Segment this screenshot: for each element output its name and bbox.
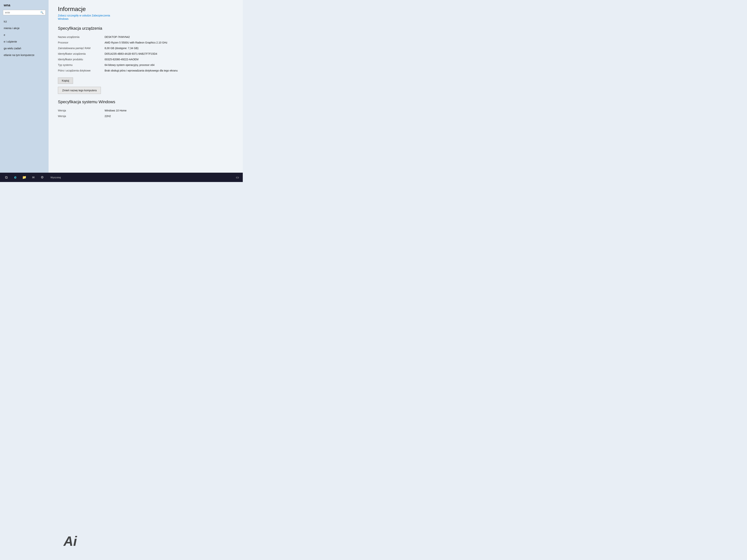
table-row: Pióro i urządzenia dotykowe Brak obsługi… xyxy=(58,68,233,73)
spec-label: Typ systemu xyxy=(58,62,105,68)
sidebar-header: wna xyxy=(0,0,49,10)
table-row: Identyfikator produktu 00325-82080-49222… xyxy=(58,57,233,62)
spec-value: 64-bitowy system operacyjny, procesor x6… xyxy=(105,62,233,68)
taskbar: ⧉ e 📁 ✉ ⚙ Wyszukaj ▭ xyxy=(0,173,243,182)
main-content: Informacje Zobacz szczegóły w usłudze Za… xyxy=(49,0,243,173)
spec-value: Windows 10 Home xyxy=(105,108,233,113)
sidebar-item-wyswietlanie[interactable]: etlanie na tym komputerze xyxy=(0,52,49,58)
security-link[interactable]: Zobacz szczegóły w usłudze Zabezpieczeni… xyxy=(58,14,233,17)
settings-icon[interactable]: ⚙ xyxy=(40,175,45,180)
spec-value: DESKTOP-7KMVN42 xyxy=(105,34,233,40)
task-view-icon[interactable]: ⧉ xyxy=(4,175,9,180)
taskbar-right: ▭ xyxy=(236,175,239,179)
spec-value: 22H2 xyxy=(105,113,233,119)
spec-value: D0514235-4B83-4A1B-9371-9AB27F7F15D4 xyxy=(105,51,233,57)
spec-value: 00325-82080-49222-AAOEM xyxy=(105,57,233,62)
mail-icon[interactable]: ✉ xyxy=(31,175,36,180)
device-spec-table: Nazwa urządzenia DESKTOP-7KMVN42 Proceso… xyxy=(58,34,233,73)
page-title: Informacje xyxy=(58,6,233,12)
table-row: Procesor AMD Ryzen 5 5500U with Radeon G… xyxy=(58,40,233,45)
edge-icon[interactable]: e xyxy=(13,175,18,180)
windows-spec-title: Specyfikacja systemu Windows xyxy=(58,100,233,104)
spec-label: Identyfikator produktu xyxy=(58,57,105,62)
search-input[interactable] xyxy=(5,11,40,14)
spec-label: Procesor xyxy=(58,40,105,45)
spec-value: AMD Ryzen 5 5500U with Radeon Graphics 2… xyxy=(105,40,233,45)
table-row: Typ systemu 64-bitowy system operacyjny,… xyxy=(58,62,233,68)
sidebar-items-list: icz mienia i akcje e e i uśpienie ga wie… xyxy=(0,18,49,173)
sidebar-item-zadania[interactable]: ga wielu zadań xyxy=(0,45,49,52)
display-icon[interactable]: ▭ xyxy=(236,175,239,179)
spec-label: Wersja xyxy=(58,113,105,119)
explorer-icon[interactable]: 📁 xyxy=(22,175,27,180)
search-icon: 🔍 xyxy=(40,11,44,14)
spec-label: Zainstalowana pamięć RAM xyxy=(58,45,105,51)
table-row: Wersja 22H2 xyxy=(58,113,233,119)
spec-label: Pióro i urządzenia dotykowe xyxy=(58,68,105,73)
spec-value: Brak obsługi pióra i wprowadzania dotyko… xyxy=(105,68,233,73)
table-row: Zainstalowana pamięć RAM 8,00 GB (dostęp… xyxy=(58,45,233,51)
sidebar-item-mienia[interactable]: mienia i akcje xyxy=(0,25,49,31)
windows-spec-table: Wersja Windows 10 Home Wersja 22H2 xyxy=(58,108,233,119)
security-link-windows[interactable]: Windows xyxy=(58,17,233,20)
table-row: Identyfikator urządzenia D0514235-4B83-4… xyxy=(58,51,233,57)
device-spec-title: Specyfikacja urządzenia xyxy=(58,26,233,31)
taskbar-search[interactable]: Wyszukaj xyxy=(50,176,61,179)
spec-label: Identyfikator urządzenia xyxy=(58,51,105,57)
sidebar-item-e[interactable]: e xyxy=(0,31,49,38)
spec-label: Wersja xyxy=(58,108,105,113)
copy-button[interactable]: Kopiuj xyxy=(58,77,73,84)
spec-label: Nazwa urządzenia xyxy=(58,34,105,40)
table-row: Wersja Windows 10 Home xyxy=(58,108,233,113)
sidebar: wna 🔍 icz mienia i akcje e e i uśpienie … xyxy=(0,0,49,173)
spec-value: 8,00 GB (dostępne: 7,34 GB) xyxy=(105,45,233,51)
sidebar-item-uspienie[interactable]: e i uśpienie xyxy=(0,38,49,45)
sidebar-item-icz[interactable]: icz xyxy=(0,18,49,25)
rename-computer-button[interactable]: Zmień nazwę tego komputera xyxy=(58,87,101,94)
table-row: Nazwa urządzenia DESKTOP-7KMVN42 xyxy=(58,34,233,40)
sidebar-search-box[interactable]: 🔍 xyxy=(3,10,46,15)
